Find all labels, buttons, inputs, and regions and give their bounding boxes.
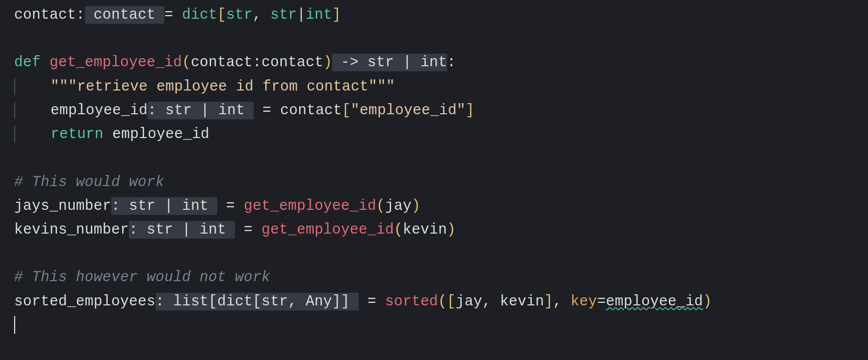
comma2: , (483, 293, 500, 310)
rbracket: ] (332, 7, 341, 23)
kwarg-key: key (570, 293, 597, 310)
ann-hl-4: : list[dict[str, Any]] (156, 293, 359, 310)
def-colon: : (447, 54, 456, 71)
code-line-5: employee_id: str | int = contact["employ… (14, 102, 474, 119)
code-line-9: jays_number: str | int = get_employee_id… (14, 197, 420, 215)
rparen2: ) (412, 198, 420, 214)
type-str: str (226, 7, 253, 23)
ret-var: employee_id (104, 126, 210, 143)
ident-contact: contact (14, 7, 76, 23)
lparen: ( (182, 54, 190, 71)
arg-kevin2: kevin (500, 293, 544, 310)
var-employee-id: employee_id (51, 102, 148, 119)
code-line-13: sorted_employees: list[dict[str, Any]] =… (14, 293, 712, 310)
warn-employee-id: employee_id (606, 293, 703, 310)
lbracket2: [ (342, 102, 351, 119)
eq3: = (235, 221, 261, 238)
rbracket2: ] (466, 102, 474, 119)
ann-hl-2: : str | int (111, 197, 217, 215)
pipe: | (297, 7, 305, 23)
code-line-6: return employee_id (14, 126, 210, 143)
fn-name: get_employee_id (50, 54, 182, 71)
type-dict: dict (182, 7, 217, 23)
code-line-4: """retrieve employee id from contact""" (14, 78, 395, 95)
fn-call: get_employee_id (244, 198, 376, 214)
code-line-10: kevins_number: str | int = get_employee_… (14, 221, 456, 239)
arg-jay2: jay (456, 293, 482, 310)
var-sorted: sorted_employees (14, 293, 156, 310)
type-str2: str (270, 7, 297, 23)
code-line-8: # This would work (14, 174, 164, 191)
str-literal: "employee_id" (351, 102, 465, 119)
code-line-7 (14, 150, 23, 166)
code-line-12: # This however would not work (14, 269, 270, 286)
code-editor[interactable]: contact: contact = dict[str, str|int] de… (0, 0, 868, 337)
comment: # This would work (14, 174, 164, 191)
code-line-2 (14, 30, 23, 47)
ann-hl: : str | int (148, 102, 254, 119)
type-contact-hl: contact (85, 6, 164, 24)
kw-return: return (51, 126, 104, 143)
arg-jay: jay (385, 198, 411, 214)
lparen2: ( (376, 198, 385, 214)
lparen3: ( (394, 221, 403, 238)
eq4: = (359, 293, 385, 310)
docstring: """retrieve employee id from contact""" (51, 78, 395, 95)
kwarg-eq: = (597, 293, 606, 310)
comma3: , (553, 293, 570, 310)
rparen: ) (323, 54, 332, 71)
ann-hl-3: : str | int (129, 221, 235, 239)
rbracket3: ] (544, 293, 553, 310)
var-jays: jays_number (14, 198, 111, 214)
code-line-11 (14, 245, 23, 262)
assign: = contact (254, 102, 342, 119)
fn-call-2: get_employee_id (262, 221, 394, 238)
colon: : (76, 7, 84, 23)
code-line-1: contact: contact = dict[str, str|int] (14, 6, 341, 24)
arg-type: contact (262, 54, 323, 71)
comment-2: # This however would not work (14, 269, 270, 286)
var-kevins: kevins_number (14, 221, 129, 238)
eq2: = (217, 198, 244, 214)
lparen4: ( (438, 293, 447, 310)
code-line-3: def get_employee_id(contact:contact) -> … (14, 54, 456, 71)
arg-colon: : (253, 54, 261, 71)
cursor-icon (14, 316, 15, 334)
arg-kevin: kevin (403, 221, 447, 238)
rparen4: ) (703, 293, 712, 310)
comma: , (253, 7, 270, 23)
type-int: int (306, 7, 332, 23)
eq: = (164, 7, 182, 23)
code-line-14 (14, 317, 15, 334)
return-annotation-hl: -> str | int (332, 54, 447, 71)
arg-name: contact (191, 54, 253, 71)
lbracket3: [ (447, 293, 456, 310)
kw-def: def (14, 54, 40, 71)
rparen3: ) (447, 221, 456, 238)
lbracket: [ (217, 7, 226, 23)
fn-sorted: sorted (385, 293, 438, 310)
